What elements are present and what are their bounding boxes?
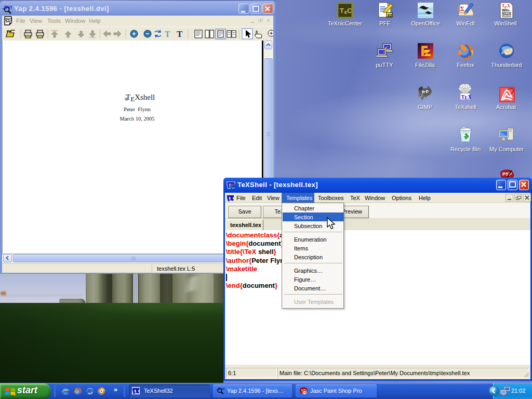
svg-text:Σ: Σ [460, 5, 464, 12]
svg-text:T: T [177, 29, 183, 39]
svg-text:8: 8 [303, 389, 306, 395]
svg-text:32: 32 [388, 13, 392, 18]
svg-text:TEX: TEX [461, 94, 472, 101]
svg-text:DVI: DVI [5, 18, 12, 22]
svg-text:T: T [165, 30, 170, 38]
